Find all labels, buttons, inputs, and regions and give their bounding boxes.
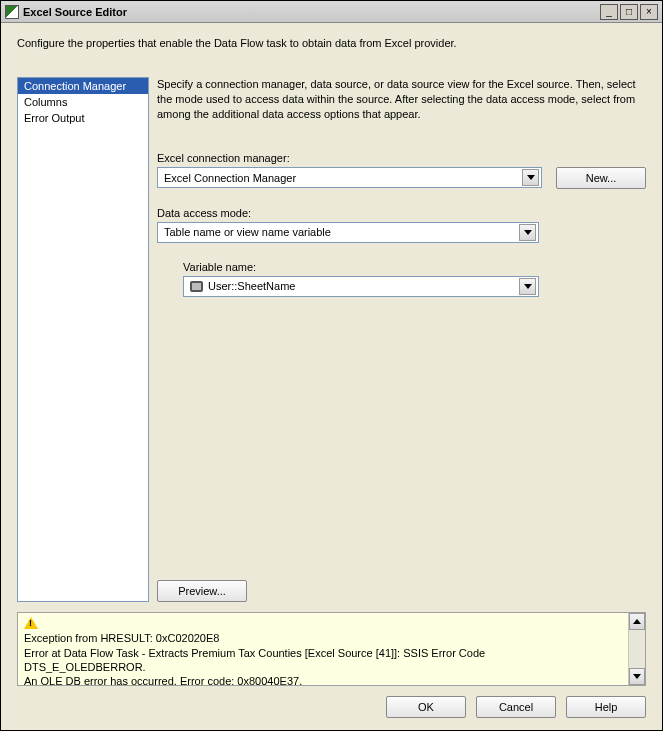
conn-manager-select[interactable]: Excel Connection Manager (157, 167, 542, 188)
sidebar-item-columns[interactable]: Columns (18, 94, 148, 110)
ok-button[interactable]: OK (386, 696, 466, 718)
excel-source-icon (5, 5, 19, 19)
variable-name-value: User::SheetName (208, 280, 519, 292)
variable-name-label: Variable name: (183, 261, 646, 273)
chevron-down-icon (519, 278, 536, 295)
help-button[interactable]: Help (566, 696, 646, 718)
error-line: An OLE DB error has occurred. Error code… (24, 674, 604, 685)
nav-sidebar: Connection Manager Columns Error Output (17, 77, 149, 602)
variable-name-select[interactable]: User::SheetName (183, 276, 539, 297)
description-text: Specify a connection manager, data sourc… (157, 77, 646, 122)
access-mode-label: Data access mode: (157, 207, 646, 219)
cancel-button[interactable]: Cancel (476, 696, 556, 718)
scroll-down-button[interactable] (629, 668, 645, 685)
minimize-button[interactable]: _ (600, 4, 618, 20)
error-line: Exception from HRESULT: 0xC02020E8 (24, 631, 604, 645)
sidebar-item-connection-manager[interactable]: Connection Manager (18, 78, 148, 94)
maximize-button[interactable]: □ (620, 4, 638, 20)
chevron-down-icon (519, 224, 536, 241)
access-mode-select[interactable]: Table name or view name variable (157, 222, 539, 243)
window-title: Excel Source Editor (23, 6, 127, 18)
conn-manager-value: Excel Connection Manager (164, 172, 522, 184)
scroll-up-button[interactable] (629, 613, 645, 630)
new-button[interactable]: New... (556, 167, 646, 189)
conn-manager-label: Excel connection manager: (157, 152, 646, 164)
intro-text: Configure the properties that enable the… (17, 37, 646, 49)
variable-icon (190, 281, 203, 292)
preview-button[interactable]: Preview... (157, 580, 247, 602)
close-button[interactable]: × (640, 4, 658, 20)
error-line: Error at Data Flow Task - Extracts Premi… (24, 646, 604, 675)
title-bar: Excel Source Editor _ □ × (1, 1, 662, 23)
error-scrollbar[interactable] (628, 613, 645, 685)
warning-icon (24, 617, 38, 629)
chevron-down-icon (522, 169, 539, 186)
access-mode-value: Table name or view name variable (164, 226, 519, 238)
error-panel: Exception from HRESULT: 0xC02020E8 Error… (17, 612, 646, 686)
sidebar-item-error-output[interactable]: Error Output (18, 110, 148, 126)
